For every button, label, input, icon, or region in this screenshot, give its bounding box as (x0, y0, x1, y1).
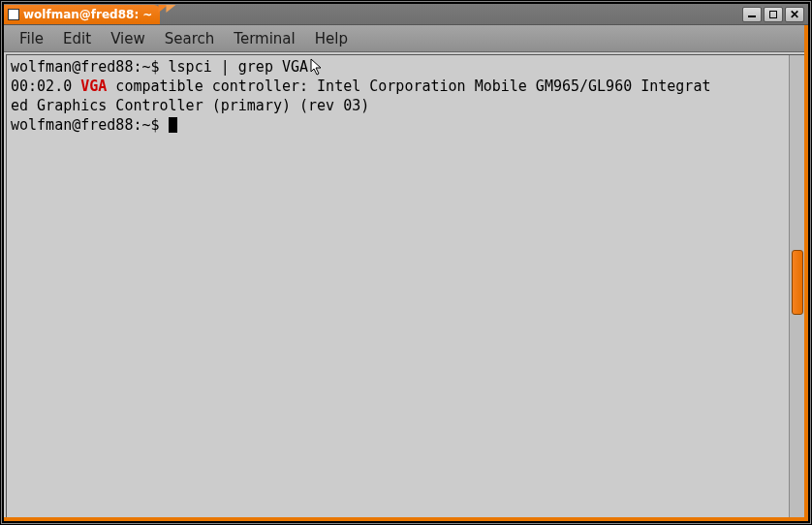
menu-search[interactable]: Search (155, 28, 225, 49)
window-title: wolfman@fred88: ~ (23, 8, 152, 21)
window-border-decoration (804, 25, 808, 521)
window-title-tab[interactable]: wolfman@fred88: ~ (4, 5, 160, 24)
mouse-cursor-icon (310, 58, 326, 77)
vertical-scrollbar[interactable] (789, 55, 805, 518)
terminal-window: wolfman@fred88: ~ ✕ File Edit View Searc… (2, 2, 810, 523)
menu-view[interactable]: View (101, 28, 155, 49)
titlebar-tab-group: wolfman@fred88: ~ (4, 4, 160, 24)
output-text: 00:02.0 (11, 77, 80, 95)
menu-edit[interactable]: Edit (53, 28, 101, 49)
minimize-button[interactable] (742, 7, 762, 22)
close-button[interactable]: ✕ (785, 7, 804, 22)
menubar: File Edit View Search Terminal Help (4, 25, 808, 52)
terminal-output[interactable]: wolfman@fred88:~$ lspci | grep VGA 00:02… (7, 55, 789, 518)
menu-terminal[interactable]: Terminal (224, 28, 304, 49)
scrollbar-thumb[interactable] (792, 250, 803, 315)
window-border-decoration (4, 517, 808, 521)
terminal-container: wolfman@fred88:~$ lspci | grep VGA 00:02… (6, 54, 806, 519)
menu-file[interactable]: File (10, 28, 53, 49)
titlebar[interactable]: wolfman@fred88: ~ ✕ (4, 4, 808, 25)
menu-help[interactable]: Help (305, 28, 358, 49)
shell-prompt: wolfman@fred88:~$ (11, 116, 160, 134)
grep-match: VGA (80, 77, 107, 95)
output-text: compatible controller: Intel Corporation… (107, 77, 710, 95)
maximize-button[interactable] (764, 7, 783, 22)
window-controls: ✕ (742, 4, 808, 24)
text-cursor (169, 117, 177, 133)
output-text: ed Graphics Controller (primary) (rev 03… (11, 97, 369, 114)
shell-prompt: wolfman@fred88:~$ (11, 58, 160, 76)
command-text: lspci | grep VGA (169, 58, 309, 76)
scrollbar-track[interactable] (790, 55, 805, 518)
tab-notch-decoration (166, 5, 175, 13)
terminal-icon (8, 9, 19, 20)
